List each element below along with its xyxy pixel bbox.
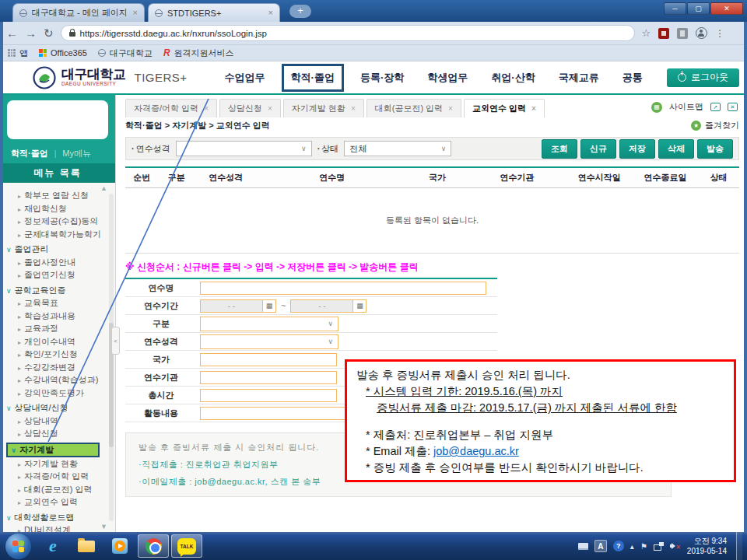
sidebar-menu-item[interactable]: 교외연수 입력 bbox=[6, 495, 106, 509]
media-player-icon[interactable] bbox=[104, 534, 135, 558]
kakaotalk-icon[interactable]: TALK bbox=[171, 534, 202, 558]
network-icon[interactable] bbox=[654, 542, 664, 551]
sidebar-menu-item[interactable]: 자기계발 bbox=[6, 443, 100, 457]
name-input[interactable] bbox=[200, 282, 486, 295]
header-nav-item[interactable]: 학생업무 bbox=[427, 71, 468, 85]
tab-close-icon[interactable]: × bbox=[268, 104, 272, 113]
calendar-icon[interactable]: ▦ bbox=[352, 300, 366, 312]
bookmark-daegu-univ[interactable]: 대구대학교 bbox=[98, 47, 153, 59]
sidebar-tab-academics[interactable]: 학적·졸업 bbox=[11, 148, 48, 159]
sidebar-menu-item[interactable]: 수강강좌변경 bbox=[6, 361, 106, 374]
tab-close-icon[interactable]: × bbox=[531, 104, 536, 113]
sidebar-menu-item[interactable]: 정보제공(수집)동의 bbox=[6, 215, 106, 228]
chevron-down-icon[interactable]: ▼ bbox=[100, 523, 107, 530]
start-date-field[interactable]: ▦ bbox=[200, 299, 276, 313]
header-nav-item[interactable]: 수업업무 bbox=[225, 71, 265, 85]
menu-dots-icon[interactable]: ⋮ bbox=[715, 28, 724, 39]
sidebar-menu-item[interactable]: 교육목표 bbox=[6, 296, 106, 310]
sidebar-menu-item[interactable]: 상담내역/신청 bbox=[6, 401, 106, 415]
volume-muted-icon[interactable]: ✕ bbox=[670, 541, 681, 551]
calendar-icon[interactable]: ▦ bbox=[262, 300, 275, 312]
close-button[interactable]: ✕ bbox=[710, 2, 743, 15]
header-nav-item[interactable]: 취업·산학 bbox=[491, 71, 535, 85]
workspace-tab[interactable]: 교외연수 입력 × bbox=[464, 99, 545, 117]
nature-select[interactable]: ∨ bbox=[200, 334, 338, 349]
sidebar-menu-item[interactable]: 재입학신청 bbox=[6, 202, 106, 215]
action-button[interactable]: 저장 bbox=[619, 139, 655, 159]
tab-close-icon[interactable]: × bbox=[351, 104, 356, 113]
tab-close-icon[interactable]: × bbox=[268, 9, 273, 17]
start-date-input[interactable] bbox=[201, 300, 262, 312]
hidden-icons-arrow[interactable]: ▴ bbox=[630, 542, 634, 551]
header-nav-item[interactable]: 국제교류 bbox=[559, 71, 599, 85]
filter-status-select[interactable]: 전체∨ bbox=[344, 141, 451, 156]
sidebar-menu-item[interactable]: 학부모 열람 신청 bbox=[6, 189, 106, 202]
header-nav-item[interactable]: 등록·장학 bbox=[360, 71, 404, 85]
forward-icon[interactable]: → bbox=[25, 27, 37, 39]
minimize-button[interactable]: ─ bbox=[664, 2, 686, 15]
country-input[interactable] bbox=[200, 353, 337, 366]
keyboard-ime-icon[interactable] bbox=[578, 543, 588, 550]
filter-nature-select[interactable]: ∨ bbox=[176, 141, 312, 156]
workspace-tab[interactable]: 자격증/어학 입력 × bbox=[125, 99, 217, 117]
address-bar[interactable]: https://tigersstd.daegu.ac.kr/nxrun/ssoL… bbox=[61, 25, 635, 41]
browser-tab-1[interactable]: 대구대학교 - 메인 페이지 × bbox=[12, 3, 145, 22]
bookmark-remote-support[interactable]: R 원격지원서비스 bbox=[163, 47, 234, 59]
header-nav-item[interactable]: 학적·졸업 bbox=[282, 64, 344, 92]
bookmark-star-icon[interactable]: ☆ bbox=[642, 27, 651, 39]
header-nav-item[interactable]: 공통 bbox=[622, 71, 643, 85]
popup-window-icon[interactable]: ➚ bbox=[710, 103, 721, 111]
action-center-flag-icon[interactable]: ⚑ bbox=[640, 542, 647, 551]
internet-explorer-icon[interactable]: e bbox=[37, 534, 68, 558]
workspace-tab[interactable]: 대회(공모전) 입력 × bbox=[366, 99, 461, 117]
sitemap-link[interactable]: 사이트맵 bbox=[669, 101, 703, 113]
tab-close-icon[interactable]: × bbox=[204, 104, 209, 113]
tab-close-icon[interactable]: × bbox=[133, 9, 138, 17]
sidebar-menu-item[interactable]: 졸업사정안내 bbox=[6, 256, 106, 269]
sidebar-tab-mymenu[interactable]: My메뉴 bbox=[62, 148, 91, 159]
end-date-field[interactable]: ▦ bbox=[290, 299, 366, 313]
tab-close-icon[interactable]: × bbox=[448, 104, 453, 113]
action-button[interactable]: 조회 bbox=[542, 139, 577, 159]
sidebar-menu-item[interactable]: 졸업연기신청 bbox=[6, 268, 106, 282]
sidebar-menu-item[interactable]: 수강내역(학습성과) bbox=[6, 373, 106, 387]
workspace-tab[interactable]: 자기계발 현황 × bbox=[283, 99, 364, 117]
favorite-link[interactable]: 즐겨찾기 bbox=[705, 120, 739, 131]
sidebar-menu-item[interactable]: 군제대복학가능학기 bbox=[6, 228, 106, 241]
show-desktop-button[interactable] bbox=[736, 532, 742, 560]
sidebar-menu-item[interactable]: 공학교육인증 bbox=[6, 284, 106, 297]
action-button[interactable]: 삭제 bbox=[658, 139, 694, 159]
sidebar-menu-item[interactable]: 강의만족도평가 bbox=[6, 387, 106, 400]
sidebar-menu-item[interactable]: 개인이수내역 bbox=[6, 335, 106, 348]
ime-english-icon[interactable]: A bbox=[594, 540, 607, 552]
sidebar-menu-item[interactable]: 상담신청 bbox=[6, 427, 106, 440]
bookmark-apps[interactable]: 앱 bbox=[8, 47, 28, 59]
sidebar-menu-item[interactable]: 대회(공모전) 입력 bbox=[6, 483, 106, 496]
back-icon[interactable]: ← bbox=[6, 27, 18, 39]
university-logo[interactable]: 대구대학교 DAEGU UNIVERSITY TIGERS+ bbox=[33, 66, 188, 89]
sidebar-collapse-handle[interactable]: < bbox=[111, 327, 120, 355]
ime-help-icon[interactable]: ? bbox=[613, 541, 624, 551]
new-tab-button[interactable]: + bbox=[289, 5, 311, 18]
category-select[interactable]: ∨ bbox=[200, 317, 338, 331]
sidebar-menu-item[interactable]: 자기계발 현황 bbox=[6, 457, 106, 471]
start-button[interactable] bbox=[5, 534, 31, 559]
sidebar-menu-item[interactable]: 자격증/어학 입력 bbox=[6, 470, 106, 483]
sidebar-menu-item[interactable]: 확인/포기신청 bbox=[6, 348, 106, 361]
email-link[interactable]: job@daegu.ac.kr bbox=[433, 445, 519, 457]
browser-tab-2[interactable]: STDTIGERS+ × bbox=[148, 3, 280, 22]
file-explorer-icon[interactable] bbox=[71, 534, 102, 558]
workspace-tab[interactable]: 상담신청 × bbox=[219, 99, 281, 117]
end-date-input[interactable] bbox=[291, 300, 352, 312]
reload-icon[interactable]: ↻ bbox=[44, 27, 54, 39]
sidebar-menu-item[interactable]: 대학생활로드맵 bbox=[6, 511, 106, 524]
sidebar-menu-item[interactable]: DU비전설계 bbox=[6, 523, 106, 532]
chevron-up-icon[interactable]: ▲ bbox=[100, 184, 107, 192]
institution-input[interactable] bbox=[200, 371, 337, 384]
chrome-icon[interactable] bbox=[138, 534, 169, 558]
sidebar-menu-item[interactable]: 졸업관리 bbox=[6, 243, 106, 256]
logout-button[interactable]: 로그아웃 bbox=[667, 68, 739, 87]
action-button[interactable]: 발송 bbox=[697, 139, 733, 159]
action-button[interactable]: 신규 bbox=[580, 139, 616, 159]
sidebar-menu-item[interactable]: 상담내역 bbox=[6, 415, 106, 428]
